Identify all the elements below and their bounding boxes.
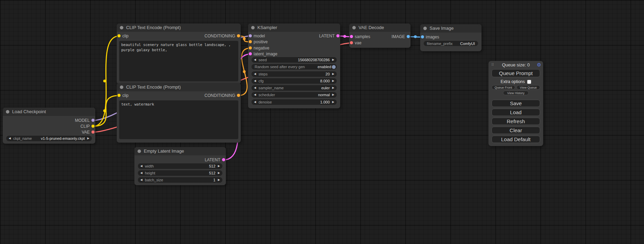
collapse-dot-icon[interactable] <box>352 26 356 29</box>
output-label-latent: LATENT <box>319 34 335 38</box>
node-title-bar[interactable]: Load Checkpoint <box>3 108 95 116</box>
slot-dot-model-output[interactable] <box>91 119 95 122</box>
prompt-textarea-negative[interactable]: text, watermark <box>119 100 238 139</box>
arrow-left-icon[interactable]: ◀ <box>140 163 142 169</box>
arrow-right-icon[interactable]: ▶ <box>218 163 220 169</box>
collapse-dot-icon[interactable] <box>6 110 9 114</box>
widget-denoise[interactable]: ◀ denoise 1.000 ▶ <box>252 99 337 105</box>
node-ksampler[interactable]: KSampler model LATENT positive negative … <box>248 24 340 108</box>
slot-dot-clip-input[interactable] <box>117 94 121 97</box>
widget-cfg[interactable]: ◀ cfg 8.000 ▶ <box>252 78 337 84</box>
node-load-checkpoint[interactable]: Load Checkpoint MODEL CLIP VAE ◀ ckpt_na… <box>3 108 95 144</box>
view-history-button[interactable]: View History <box>503 91 529 95</box>
widget-random-seed-toggle[interactable]: Random seed after every gen enabled <box>252 64 337 70</box>
node-clip-text-encode-negative[interactable]: CLIP Text Encode (Prompt) clip CONDITION… <box>117 83 241 143</box>
arrow-left-icon[interactable]: ◀ <box>254 71 256 77</box>
slot-dot-conditioning-output[interactable] <box>237 34 240 37</box>
widget-height[interactable]: ◀ height 512 ▶ <box>138 170 222 176</box>
node-title-bar[interactable]: Empty Latent Image <box>134 147 226 155</box>
widget-width[interactable]: ◀ width 512 ▶ <box>138 163 222 169</box>
arrow-right-icon[interactable]: ▶ <box>332 71 334 77</box>
slot-dot-negative-input[interactable] <box>249 46 252 49</box>
widget-ckpt-name[interactable]: ◀ ckpt_name v1-5-pruned-emaonly.ckpt ▶ <box>6 136 92 141</box>
arrow-left-icon[interactable]: ◀ <box>254 57 256 63</box>
settings-gear-icon[interactable]: ⚙ <box>537 62 541 67</box>
slot-dot-latent-image-input[interactable] <box>249 52 252 55</box>
comfyui-canvas[interactable]: { "icons": { "arrow_left": "◀", "arrow_r… <box>0 0 644 244</box>
node-title-bar[interactable]: CLIP Text Encode (Prompt) <box>117 83 241 91</box>
node-title-bar[interactable]: VAE Decode <box>349 24 411 32</box>
arrow-left-icon[interactable]: ◀ <box>254 85 256 91</box>
widget-filename-prefix[interactable]: filename_prefix ComfyUI <box>424 41 478 46</box>
view-queue-button[interactable]: View Queue <box>517 85 540 90</box>
node-vae-decode[interactable]: VAE Decode samples IMAGE vae <box>349 24 411 48</box>
node-title-bar[interactable]: Save Image <box>420 24 482 33</box>
arrow-right-icon[interactable]: ▶ <box>332 92 334 98</box>
queue-front-button[interactable]: Queue Front <box>492 85 515 90</box>
collapse-dot-icon[interactable] <box>251 26 255 29</box>
slot-row-images: images <box>420 34 482 40</box>
extra-options-checkbox[interactable] <box>527 80 531 84</box>
slot-dot-positive-input[interactable] <box>249 40 252 43</box>
refresh-button[interactable]: Refresh <box>492 118 540 125</box>
widget-batch-size[interactable]: ◀ batch_size 1 ▶ <box>138 177 222 183</box>
slot-dot-samples-input[interactable] <box>350 35 353 38</box>
input-label-clip: clip <box>122 93 129 98</box>
node-empty-latent-image[interactable]: Empty Latent Image LATENT ◀ width 512 ▶ … <box>134 147 226 185</box>
node-title-bar[interactable]: KSampler <box>248 24 340 32</box>
collapse-dot-icon[interactable] <box>138 150 141 153</box>
slot-dot-model-input[interactable] <box>249 34 252 37</box>
arrow-left-icon[interactable]: ◀ <box>254 99 256 105</box>
queue-size-label: Queue size: 0 <box>488 62 543 67</box>
arrow-right-icon[interactable]: ▶ <box>332 99 334 105</box>
arrow-right-icon[interactable]: ▶ <box>332 78 334 84</box>
arrow-left-icon[interactable]: ◀ <box>254 92 256 98</box>
widget-value: 512 <box>209 164 215 168</box>
node-save-image[interactable]: Save Image images filename_prefix ComfyU… <box>420 24 482 51</box>
link-midpoint-dot <box>343 35 346 38</box>
slot-dot-images-input[interactable] <box>421 35 424 38</box>
arrow-right-icon[interactable]: ▶ <box>332 85 334 91</box>
queue-prompt-button[interactable]: Queue Prompt <box>492 69 540 77</box>
arrow-left-icon[interactable]: ◀ <box>9 136 11 141</box>
prompt-textarea-positive[interactable]: beautiful scenery nature glass bottle la… <box>119 41 238 81</box>
arrow-right-icon[interactable]: ▶ <box>218 170 220 176</box>
slot-dot-vae-output[interactable] <box>91 130 95 134</box>
extra-options-row: Extra options <box>488 79 543 84</box>
widget-sampler-name[interactable]: ◀ sampler_name euler ▶ <box>252 85 337 91</box>
slot-dot-latent-output[interactable] <box>336 34 339 37</box>
node-clip-text-encode-positive[interactable]: CLIP Text Encode (Prompt) clip CONDITION… <box>117 24 241 84</box>
arrow-left-icon[interactable]: ◀ <box>140 170 142 176</box>
output-row-latent: LATENT <box>134 157 226 163</box>
arrow-left-icon[interactable]: ◀ <box>254 78 256 84</box>
slot-row: clip CONDITIONING <box>117 93 241 98</box>
slot-row-latent-image: latent_image <box>248 51 340 57</box>
arrow-right-icon[interactable]: ▶ <box>332 57 334 63</box>
collapse-dot-icon[interactable] <box>423 27 427 30</box>
save-button[interactable]: Save <box>492 100 540 107</box>
slot-dot-clip-input[interactable] <box>117 34 121 37</box>
load-button[interactable]: Load <box>492 109 540 116</box>
slot-dot-conditioning-output[interactable] <box>237 94 240 97</box>
slot-dot-image-output[interactable] <box>407 35 410 38</box>
output-label-conditioning: CONDITIONING <box>204 34 235 38</box>
widget-seed[interactable]: ◀ seed 156680208700286 ▶ <box>252 57 337 63</box>
load-default-button[interactable]: Load Default <box>492 136 540 143</box>
arrow-left-icon[interactable]: ◀ <box>140 177 142 183</box>
slot-dot-clip-output[interactable] <box>91 125 95 128</box>
arrow-right-icon[interactable]: ▶ <box>87 136 89 141</box>
widget-value: v1-5-pruned-emaonly.ckpt <box>41 136 85 141</box>
slot-dot-latent-output[interactable] <box>222 158 225 161</box>
node-title-bar[interactable]: CLIP Text Encode (Prompt) <box>117 24 241 32</box>
input-label-samples: samples <box>355 34 370 39</box>
slot-dot-vae-input[interactable] <box>350 41 353 44</box>
arrow-right-icon[interactable]: ▶ <box>218 177 220 183</box>
widget-steps[interactable]: ◀ steps 20 ▶ <box>252 71 337 77</box>
output-row-clip: CLIP <box>3 124 95 129</box>
collapse-dot-icon[interactable] <box>120 85 123 89</box>
clear-button[interactable]: Clear <box>492 127 540 134</box>
toggle-knob-icon[interactable] <box>332 65 336 69</box>
widget-scheduler[interactable]: ◀ scheduler normal ▶ <box>252 92 337 98</box>
collapse-dot-icon[interactable] <box>120 26 123 29</box>
widget-label: sampler_name <box>258 86 321 90</box>
